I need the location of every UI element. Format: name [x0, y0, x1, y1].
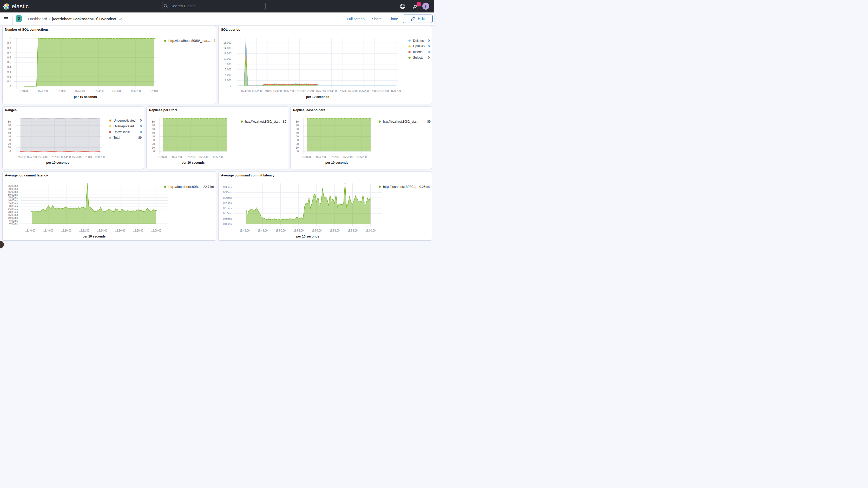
svg-text:15:52:00: 15:52:00: [305, 90, 315, 92]
svg-text:per 10 seconds: per 10 seconds: [326, 161, 348, 164]
svg-text:15:49:00: 15:49:00: [316, 156, 326, 158]
svg-text:0.9: 0.9: [7, 42, 11, 45]
svg-text:15:52:00: 15:52:00: [329, 156, 339, 158]
svg-text:per 10 seconds: per 10 seconds: [46, 161, 69, 164]
svg-text:60.00ms: 60.00ms: [8, 188, 18, 190]
svg-text:14,000: 14,000: [223, 47, 231, 50]
svg-text:Total: Total: [113, 136, 120, 140]
svg-text:Inserts: Inserts: [413, 50, 423, 54]
svg-text:15:47:00: 15:47:00: [252, 90, 262, 92]
svg-text:15:50:00: 15:50:00: [276, 229, 286, 232]
svg-text:0.2: 0.2: [7, 75, 11, 78]
svg-text:25.00ms: 25.00ms: [8, 208, 18, 211]
svg-text:per 10 seconds: per 10 seconds: [306, 95, 329, 99]
svg-text:15:55:00: 15:55:00: [199, 156, 209, 158]
svg-text:15.00ms: 15.00ms: [8, 214, 18, 216]
svg-text:15:46:00: 15:46:00: [302, 156, 312, 158]
svg-text:Selects: Selects: [413, 56, 423, 60]
svg-text:0: 0: [428, 39, 430, 42]
svg-text:per 10 seconds: per 10 seconds: [73, 95, 97, 99]
svg-text:15:50:00: 15:50:00: [56, 90, 66, 92]
svg-text:0.10ms: 0.10ms: [223, 212, 232, 215]
svg-text:15:58:00: 15:58:00: [356, 156, 367, 158]
svg-text:15:50:00: 15:50:00: [38, 156, 48, 158]
svg-text:http://localhost:8080/_sta...: http://localhost:8080/_sta...: [245, 120, 280, 123]
svg-text:Unavailable: Unavailable: [113, 130, 130, 134]
svg-text:40: 40: [152, 135, 155, 138]
svg-text:15:51:00: 15:51:00: [294, 90, 305, 92]
svg-text:15:46:00: 15:46:00: [25, 229, 35, 232]
svg-text:10,000: 10,000: [223, 57, 231, 60]
svg-text:0.26ms: 0.26ms: [420, 185, 430, 189]
svg-text:15:52:00: 15:52:00: [293, 229, 304, 232]
svg-text:70: 70: [8, 124, 11, 127]
svg-text:http://localhost:8080/_stat...: http://localhost:8080/_stat...: [168, 39, 210, 42]
svg-text:30: 30: [152, 139, 155, 142]
svg-text:15:54:00: 15:54:00: [61, 156, 71, 158]
svg-text:20: 20: [8, 143, 11, 145]
svg-text:per 10 seconds: per 10 seconds: [182, 161, 205, 164]
svg-text:20.00ms: 20.00ms: [8, 211, 18, 214]
svg-text:55.00ms: 55.00ms: [8, 190, 18, 193]
svg-text:0: 0: [153, 150, 155, 153]
svg-text:16:00:00: 16:00:00: [94, 156, 104, 158]
svg-text:4,000: 4,000: [225, 73, 231, 77]
svg-text:0.00ms: 0.00ms: [9, 222, 18, 225]
svg-text:60: 60: [296, 128, 299, 131]
svg-text:Deletes: Deletes: [413, 39, 424, 42]
svg-text:15:57:00: 15:57:00: [359, 90, 369, 92]
svg-text:30.00ms: 30.00ms: [8, 205, 18, 208]
svg-text:0: 0: [230, 85, 231, 87]
svg-text:40.00ms: 40.00ms: [8, 199, 18, 202]
svg-text:89: 89: [283, 120, 287, 123]
svg-text:35.00ms: 35.00ms: [8, 202, 18, 205]
svg-text:10.00ms: 10.00ms: [8, 216, 18, 219]
svg-text:60: 60: [152, 128, 155, 131]
svg-text:0: 0: [140, 124, 142, 128]
svg-text:80: 80: [8, 120, 11, 123]
svg-text:6,000: 6,000: [225, 68, 231, 71]
svg-text:0: 0: [9, 85, 11, 88]
svg-text:15:53:00: 15:53:00: [316, 90, 326, 92]
svg-text:20: 20: [152, 143, 155, 146]
svg-text:15:52:00: 15:52:00: [79, 229, 89, 232]
svg-text:70: 70: [296, 124, 299, 127]
svg-text:15:58:00: 15:58:00: [83, 156, 93, 158]
svg-text:70: 70: [152, 124, 155, 127]
svg-text:0.35ms: 0.35ms: [223, 186, 232, 189]
svg-text:15:48:00: 15:48:00: [27, 156, 37, 158]
svg-text:10: 10: [8, 146, 11, 149]
svg-text:http://localhost:8080/_sta...: http://localhost:8080/_sta...: [383, 120, 418, 123]
svg-text:15:49:00: 15:49:00: [273, 90, 283, 92]
svg-text:0.00ms: 0.00ms: [223, 223, 232, 225]
svg-text:15:56:00: 15:56:00: [72, 156, 82, 158]
svg-text:0: 0: [297, 150, 299, 153]
svg-text:12,000: 12,000: [223, 52, 231, 55]
svg-text:15:52:00: 15:52:00: [185, 156, 195, 158]
svg-text:per 10 seconds: per 10 seconds: [82, 235, 105, 238]
svg-text:0.30ms: 0.30ms: [223, 191, 232, 194]
svg-text:15:50:00: 15:50:00: [61, 229, 71, 232]
svg-text:0: 0: [140, 130, 142, 134]
svg-text:50: 50: [152, 131, 155, 134]
svg-text:0: 0: [428, 50, 430, 54]
svg-text:0.20ms: 0.20ms: [223, 202, 232, 205]
svg-text:15:49:00: 15:49:00: [172, 156, 182, 158]
svg-text:0.05ms: 0.05ms: [223, 217, 232, 220]
svg-text:15:56:00: 15:56:00: [115, 229, 125, 232]
svg-text:15:58:00: 15:58:00: [213, 156, 223, 158]
svg-text:15:58:00: 15:58:00: [347, 229, 358, 232]
svg-text:15:46:00: 15:46:00: [240, 229, 250, 232]
svg-text:0: 0: [140, 119, 142, 122]
svg-text:30: 30: [8, 139, 11, 142]
svg-text:0.3: 0.3: [7, 70, 11, 73]
svg-text:89: 89: [138, 136, 142, 140]
svg-text:15:48:00: 15:48:00: [37, 90, 48, 92]
svg-text:0.5: 0.5: [7, 61, 11, 64]
svg-text:15:58:00: 15:58:00: [133, 229, 143, 232]
svg-text:15:48:00: 15:48:00: [43, 229, 53, 232]
svg-text:0.15ms: 0.15ms: [223, 207, 232, 210]
svg-text:15:56:00: 15:56:00: [348, 90, 358, 92]
svg-text:30: 30: [296, 139, 299, 142]
svg-text:8,000: 8,000: [225, 63, 231, 66]
